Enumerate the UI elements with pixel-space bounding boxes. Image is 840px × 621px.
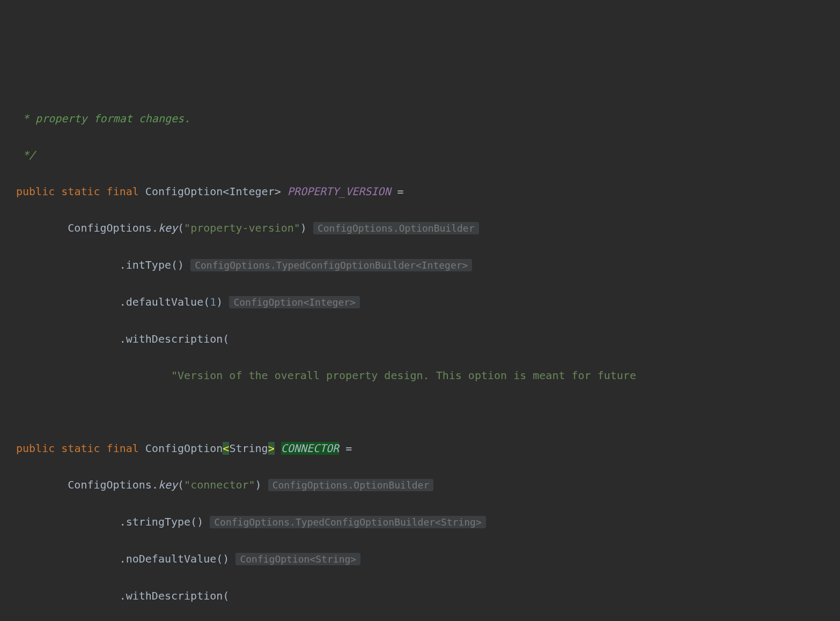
- dot: .: [152, 221, 158, 234]
- type-name: ConfigOptions: [68, 221, 152, 234]
- method-name: key: [158, 478, 178, 491]
- inlay-hint: ConfigOptions.OptionBuilder: [268, 479, 434, 491]
- code-line: .stringType() ConfigOptions.TypedConfigO…: [16, 513, 840, 531]
- keyword: static: [61, 442, 100, 455]
- code-line: * property format changes.: [16, 109, 840, 128]
- field-name: CONNECTOR: [281, 442, 339, 455]
- method-call: .withDescription(: [120, 589, 230, 602]
- type-name: Integer: [229, 185, 274, 198]
- code-line: ConfigOptions.key("property-version") Co…: [16, 219, 840, 238]
- watermark-text: CSDN @Direction_Wind: [733, 618, 832, 621]
- code-line: public static final ConfigOption<Integer…: [16, 182, 840, 201]
- inlay-hint: ConfigOption<String>: [235, 553, 360, 565]
- keyword: final: [107, 442, 139, 455]
- paren: ): [216, 295, 223, 308]
- code-line: "Version of the overall property design.…: [16, 366, 840, 385]
- comment-text: * property format changes.: [16, 112, 190, 125]
- code-line: .intType() ConfigOptions.TypedConfigOpti…: [16, 256, 840, 275]
- method-call: .intType(): [120, 258, 184, 271]
- inlay-hint: ConfigOptions.OptionBuilder: [313, 222, 479, 234]
- bracket-highlight: >: [268, 442, 275, 455]
- paren: (: [178, 478, 184, 491]
- number-literal: 1: [210, 295, 216, 308]
- paren: ): [300, 221, 307, 234]
- comment-text: */: [16, 149, 35, 161]
- code-editor[interactable]: * property format changes. */ public sta…: [0, 91, 840, 621]
- type-name: ConfigOptions: [68, 478, 152, 491]
- inlay-hint: ConfigOptions.TypedConfigOptionBuilder<S…: [210, 516, 486, 528]
- code-line-highlighted: public static final ConfigOption<String>…: [16, 439, 840, 457]
- code-line: [16, 403, 840, 421]
- operator: =: [390, 185, 403, 198]
- field-name: PROPERTY_VERSION: [288, 185, 391, 198]
- paren: (: [178, 221, 184, 234]
- keyword: public: [16, 185, 55, 198]
- bracket-highlight: <: [223, 442, 229, 455]
- type-name: ConfigOption: [145, 185, 223, 198]
- inlay-hint: ConfigOptions.TypedConfigOptionBuilder<I…: [190, 259, 472, 271]
- code-line: .noDefaultValue() ConfigOption<String>: [16, 550, 840, 568]
- keyword: public: [16, 442, 55, 455]
- method-name: key: [158, 221, 178, 234]
- keyword: static: [61, 185, 100, 198]
- string-literal: "property-version": [184, 221, 300, 234]
- operator: =: [339, 442, 352, 455]
- dot: .: [152, 478, 158, 491]
- string-literal: "Version of the overall property design.…: [171, 369, 636, 382]
- code-line: .defaultValue(1) ConfigOption<Integer>: [16, 293, 840, 312]
- inlay-hint: ConfigOption<Integer>: [229, 296, 360, 308]
- method-call: .noDefaultValue(): [120, 552, 230, 565]
- keyword: final: [107, 185, 139, 198]
- code-line: .withDescription(: [16, 330, 840, 348]
- type-name: String: [229, 442, 268, 455]
- string-literal: "connector": [184, 478, 255, 491]
- method-call: .withDescription(: [120, 332, 230, 345]
- code-line: ConfigOptions.key("connector") ConfigOpt…: [16, 476, 840, 494]
- type-name: ConfigOption: [145, 442, 223, 455]
- method-call: .stringType(): [120, 515, 204, 528]
- code-line: */: [16, 146, 840, 164]
- paren: ): [255, 478, 262, 491]
- current-line-highlight: [16, 439, 840, 457]
- method-call: .defaultValue(: [120, 295, 210, 308]
- code-line: .withDescription(: [16, 587, 840, 605]
